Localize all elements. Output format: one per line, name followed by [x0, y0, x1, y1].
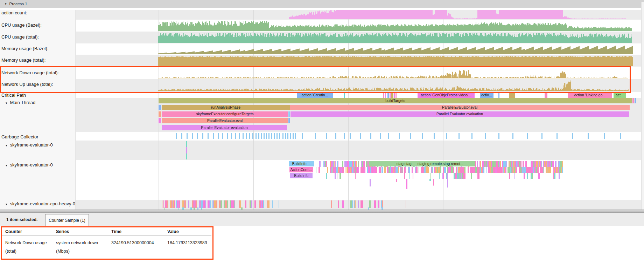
track-label-text: Network Down usage (total):: [1, 70, 59, 75]
main-thread-span-3-0[interactable]: [159, 118, 161, 123]
cell-series[interactable]: system network down (Mbps): [56, 239, 108, 255]
trace-viewer: ▾ Process 1 1 item selected. Counter Sam…: [0, 0, 644, 260]
track-label-text: Critical Path: [1, 93, 26, 98]
main-thread-span-3-1[interactable]: ParallelEvaluator.eval: [162, 118, 288, 123]
main-thread-span-0-2[interactable]: [635, 98, 636, 103]
expand-arrow-icon[interactable]: ▾: [6, 144, 7, 147]
details-tab-strip: 1 item selected. Counter Sample (1): [0, 213, 644, 226]
track-label-text: Main Thread: [10, 100, 36, 105]
track-sidebar: [0, 10, 76, 210]
table-divider: [2, 235, 211, 236]
details-panel: 1 item selected. Counter Sample (1) Coun…: [0, 213, 644, 260]
track-label-text: CPU usage (Bazel):: [1, 22, 42, 28]
critical-path-span-10[interactable]: actio...: [480, 93, 493, 98]
track-label-0: action count:: [1, 10, 27, 15]
main-thread-span-1-0[interactable]: [159, 105, 161, 110]
main-thread-span-0-1[interactable]: [632, 98, 634, 103]
critical-path-span-11[interactable]: [498, 93, 499, 98]
critical-path-span-6[interactable]: [391, 93, 393, 98]
critical-path-span-13[interactable]: [545, 93, 547, 98]
critical-path-span-2[interactable]: [383, 93, 384, 98]
track-label-5: Network Down usage (total):: [1, 70, 59, 75]
track-label-8[interactable]: ▾Main Thread: [1, 100, 35, 105]
critical-path-span-15[interactable]: act...: [614, 93, 626, 98]
critical-path-span-0[interactable]: action 'Creatin...: [297, 93, 333, 98]
track-label-9: Garbage Collector: [1, 134, 38, 139]
main-thread-span-2-3[interactable]: Parallel Evaluator evaluation: [290, 111, 629, 117]
col-header-series: Series: [56, 227, 69, 236]
evaluator-span-0[interactable]: BuildInfo ...: [289, 161, 314, 166]
track-label-text: skyframe-evaluator-cpu-heavy-0: [10, 201, 75, 206]
panel-splitter[interactable]: [0, 210, 644, 213]
main-thread-span-2-1[interactable]: skyframeExecutor.configureTargets: [162, 111, 288, 117]
tab-counter-sample[interactable]: Counter Sample (1): [45, 214, 89, 226]
track-label-text: Network Up usage (total):: [1, 82, 53, 87]
main-thread-span-2-2[interactable]: [288, 111, 290, 117]
main-thread-span-0-0[interactable]: buildTargets: [159, 98, 632, 103]
expand-arrow-icon[interactable]: ▾: [6, 164, 7, 167]
details-content: Counter Series Time Value Network Down u…: [0, 226, 644, 260]
track-label-6: Network Up usage (total):: [1, 82, 53, 87]
col-header-counter: Counter: [5, 227, 22, 236]
cell-counter[interactable]: Network Down usage (total): [5, 239, 54, 255]
track-label-text: Garbage Collector: [1, 134, 38, 139]
track-label-text: CPU usage (total):: [1, 34, 39, 40]
main-thread-span-2-0[interactable]: [159, 111, 161, 117]
track-label-text: skyframe-evaluator-0: [10, 162, 53, 167]
critical-path-span-8[interactable]: [396, 93, 397, 98]
track-label-text: Memory usage (total):: [1, 57, 46, 63]
track-label-10[interactable]: ▾skyframe-evaluator-0: [1, 142, 53, 148]
evaluator-span-3[interactable]: stag.stag...staging.remote.stag.remot...: [369, 161, 475, 166]
track-label-11[interactable]: ▾skyframe-evaluator-0: [1, 162, 53, 167]
track-label-1: CPU usage (Bazel):: [1, 22, 42, 28]
cell-time[interactable]: 324190.51300000004: [111, 239, 154, 247]
critical-path-span-14[interactable]: action 'Linking go...: [568, 93, 612, 98]
critical-path-span-3[interactable]: [385, 93, 386, 98]
main-thread-span-1-1[interactable]: runAnalysisPhase: [162, 105, 290, 110]
collapse-arrow-icon: ▾: [5, 2, 7, 6]
track-label-2: CPU usage (total):: [1, 34, 39, 40]
critical-path-span-7[interactable]: [394, 93, 395, 98]
track-label-7: Critical Path: [1, 93, 26, 98]
track-label-12[interactable]: ▾skyframe-evaluator-cpu-heavy-0: [1, 201, 75, 206]
vertical-scrollbar[interactable]: [641, 2, 644, 210]
track-label-4: Memory usage (total):: [1, 57, 46, 63]
critical-path-span-1[interactable]: [344, 93, 345, 98]
critical-path-span-12[interactable]: [509, 93, 515, 98]
evaluator-span-label: staging.remote.stag.remot...: [418, 161, 463, 166]
track-label-3: Memory usage (Bazel):: [1, 46, 48, 51]
selection-status: 1 item selected.: [6, 217, 37, 222]
evaluator-span-2[interactable]: BuildInfo: [290, 173, 313, 178]
critical-path-span-9[interactable]: action 'GenObjcProtos video/...: [418, 93, 475, 98]
critical-path-span-4[interactable]: [387, 93, 389, 98]
evaluator-span-label: stag.stag...: [397, 161, 414, 166]
col-header-time: Time: [111, 227, 121, 236]
process-title: Process 1: [9, 2, 27, 6]
main-thread-span-4-0[interactable]: Parallel Evaluator evaluation: [162, 125, 287, 130]
process-header[interactable]: ▾ Process 1: [0, 0, 644, 8]
evaluator-span-1[interactable]: ActionConti...: [289, 167, 313, 172]
cell-value[interactable]: 184.1793113323983: [167, 239, 207, 247]
track-label-text: Memory usage (Bazel):: [1, 46, 48, 51]
main-thread-span-3-2[interactable]: [288, 118, 290, 123]
track-label-text: action count:: [1, 10, 27, 15]
col-header-value: Value: [167, 227, 179, 236]
track-label-text: skyframe-evaluator-0: [10, 142, 53, 148]
main-thread-span-1-2[interactable]: ParallelEvaluator.eval: [290, 105, 630, 110]
critical-path-span-5[interactable]: [390, 93, 391, 98]
expand-arrow-icon[interactable]: ▾: [6, 203, 7, 206]
expand-arrow-icon[interactable]: ▾: [6, 101, 7, 105]
